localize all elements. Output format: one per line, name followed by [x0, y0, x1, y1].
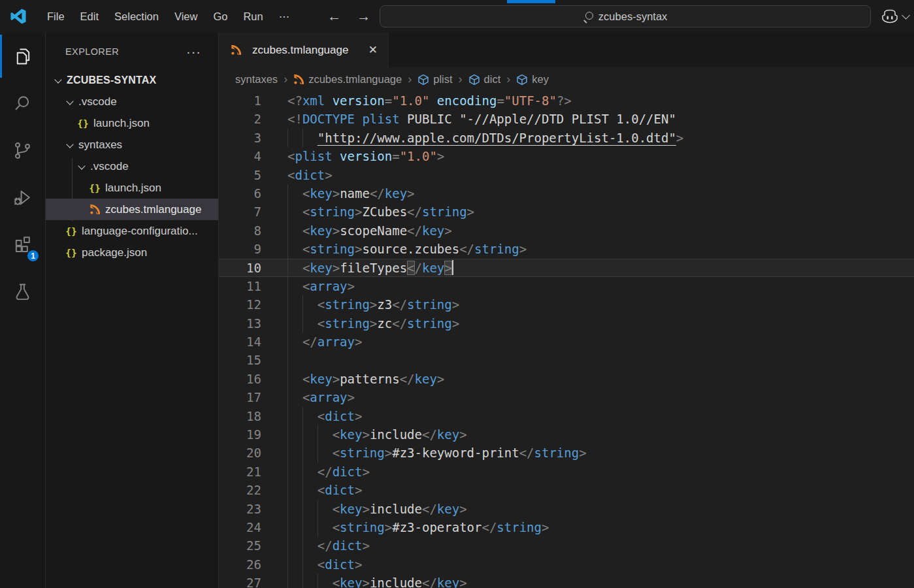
- code-area[interactable]: 1<?xml version="1.0" encoding="UTF-8"?>2…: [219, 91, 914, 588]
- explorer-more-actions-button[interactable]: ···: [186, 48, 201, 55]
- line-number: 9: [219, 240, 261, 258]
- line-number: 14: [219, 333, 261, 351]
- json-file-icon: {}: [65, 248, 78, 258]
- menu-[interactable]: ⋯: [271, 7, 298, 27]
- activity-source-control-icon[interactable]: [0, 127, 45, 174]
- file-tree: ZCUBES-SYNTAX .vscode{}launch.jsonsyntax…: [46, 69, 218, 263]
- activity-explorer-icon[interactable]: [0, 33, 45, 80]
- breadcrumb-item-zcubes-tmlanguage[interactable]: zcubes.tmlanguage: [293, 73, 402, 86]
- breadcrumb-separator: ›: [284, 73, 287, 86]
- code-line-1[interactable]: 1<?xml version="1.0" encoding="UTF-8"?>: [219, 91, 914, 110]
- back-arrow-button[interactable]: ←: [327, 8, 341, 24]
- chevron-down-icon: [902, 11, 910, 20]
- line-number: 10: [219, 259, 261, 277]
- activity-search-icon[interactable]: [0, 80, 45, 127]
- code-line-17[interactable]: 17 <array>: [219, 388, 914, 406]
- tree-item--vscode[interactable]: .vscode: [46, 91, 218, 112]
- code-line-10[interactable]: 10 <key>fileTypes</key>: [219, 259, 914, 277]
- code-line-13[interactable]: 13 <string>zc</string>: [219, 314, 914, 333]
- json-file-icon: {}: [88, 183, 101, 193]
- menu-run[interactable]: Run: [235, 7, 270, 27]
- code-line-7[interactable]: 7 <string>ZCubes</string>: [219, 203, 914, 221]
- menu-file[interactable]: File: [39, 7, 73, 27]
- code-line-11[interactable]: 11 <array>: [219, 277, 914, 295]
- code-line-25[interactable]: 25 </dict>: [219, 536, 914, 555]
- breadcrumb-item-key[interactable]: key: [516, 73, 549, 86]
- line-number: 24: [219, 518, 261, 536]
- cube-icon: [417, 74, 429, 86]
- tree-item-syntaxes[interactable]: syntaxes: [46, 134, 218, 155]
- code-line-2[interactable]: 2<!DOCTYPE plist PUBLIC "-//Apple//DTD P…: [219, 110, 914, 128]
- line-number: 6: [219, 184, 261, 203]
- code-line-20[interactable]: 20 <string>#z3-keyword-print</string>: [219, 444, 914, 462]
- menu-selection[interactable]: Selection: [106, 7, 167, 27]
- feed-icon: [293, 74, 304, 85]
- tab-close-icon[interactable]: ✕: [366, 42, 380, 58]
- json-file-icon: {}: [76, 118, 90, 129]
- explorer-sidebar: EXPLORER ··· ZCUBES-SYNTAX .vscode{}laun…: [46, 33, 219, 588]
- line-number: 25: [219, 536, 261, 555]
- menu-edit[interactable]: Edit: [73, 7, 106, 27]
- line-number: 8: [219, 221, 261, 240]
- code-line-15[interactable]: 15: [219, 351, 914, 369]
- code-line-24[interactable]: 24 <string>#z3-operator</string>: [219, 518, 914, 536]
- title-bar: FileEditSelectionViewGoRun⋯ ← → zcubes-s…: [0, 0, 914, 33]
- menu-go[interactable]: Go: [205, 7, 235, 27]
- code-line-6[interactable]: 6 <key>name</key>: [219, 184, 914, 203]
- line-number: 3: [219, 129, 261, 147]
- code-line-4[interactable]: 4<plist version="1.0">: [219, 147, 914, 165]
- tab-zcubes-tmlanguage[interactable]: zcubes.tmlanguage ✕: [219, 33, 389, 67]
- breadcrumb-separator: ›: [506, 73, 510, 86]
- line-number: 27: [219, 574, 261, 588]
- activity-run-and-debug-icon[interactable]: [0, 174, 45, 221]
- command-center-search[interactable]: zcubes-syntax: [380, 5, 871, 27]
- top-accent-strip: [507, 0, 555, 3]
- code-line-3[interactable]: 3 "http://www.apple.com/DTDs/PropertyLis…: [219, 129, 914, 147]
- code-line-12[interactable]: 12 <string>z3</string>: [219, 295, 914, 314]
- tree-item-launch-json[interactable]: {}launch.json: [46, 112, 218, 134]
- code-line-18[interactable]: 18 <dict>: [219, 407, 914, 425]
- code-line-9[interactable]: 9 <string>source.zcubes</string>: [219, 240, 914, 258]
- code-line-27[interactable]: 27 <key>include</key>: [219, 574, 914, 588]
- line-number: 15: [219, 351, 261, 369]
- cube-icon: [516, 74, 528, 86]
- breadcrumb-item-plist[interactable]: plist: [417, 73, 452, 86]
- vscode-logo-icon: [9, 7, 27, 25]
- code-line-21[interactable]: 21 </dict>: [219, 463, 914, 481]
- activity-testing-icon[interactable]: [0, 268, 45, 315]
- code-line-14[interactable]: 14 </array>: [219, 333, 914, 351]
- tree-item-package-json[interactable]: {}package.json: [46, 242, 218, 263]
- breadcrumb: syntaxes›zcubes.tmlanguage›plist›dict›ke…: [219, 67, 914, 91]
- line-number: 11: [219, 277, 261, 295]
- activity-extensions-icon[interactable]: 1: [0, 221, 45, 268]
- text-cursor: [452, 260, 454, 275]
- code-line-19[interactable]: 19 <key>include</key>: [219, 425, 914, 444]
- activity-bar: 1: [0, 33, 46, 588]
- line-number: 26: [219, 555, 261, 574]
- copilot-menu[interactable]: [881, 9, 907, 24]
- line-number: 13: [219, 314, 261, 333]
- line-number: 22: [219, 481, 261, 499]
- tab-label: zcubes.tmlanguage: [252, 44, 348, 57]
- feed-icon: [88, 204, 101, 215]
- line-number: 19: [219, 425, 261, 444]
- breadcrumb-separator: ›: [459, 73, 463, 86]
- breadcrumb-item-dict[interactable]: dict: [468, 73, 501, 86]
- search-icon: [583, 12, 593, 22]
- code-line-23[interactable]: 23 <key>include</key>: [219, 500, 914, 518]
- code-line-8[interactable]: 8 <key>scopeName</key>: [219, 221, 914, 240]
- breadcrumb-item-syntaxes[interactable]: syntaxes: [235, 73, 278, 86]
- breadcrumb-separator: ›: [408, 73, 412, 86]
- tree-root-folder[interactable]: ZCUBES-SYNTAX: [46, 69, 218, 91]
- code-line-5[interactable]: 5<dict>: [219, 166, 914, 184]
- code-line-26[interactable]: 26 <dict>: [219, 555, 914, 574]
- forward-arrow-button[interactable]: →: [357, 8, 370, 24]
- code-line-16[interactable]: 16 <key>patterns</key>: [219, 370, 914, 388]
- line-number: 12: [219, 295, 261, 314]
- menu-view[interactable]: View: [167, 7, 205, 27]
- tree-item-language-configuratio-[interactable]: {}language-configuratio...: [46, 220, 218, 242]
- explorer-title: EXPLORER: [65, 46, 119, 57]
- code-line-22[interactable]: 22 <dict>: [219, 481, 914, 499]
- line-number: 21: [219, 463, 261, 481]
- feed-icon: [229, 44, 242, 56]
